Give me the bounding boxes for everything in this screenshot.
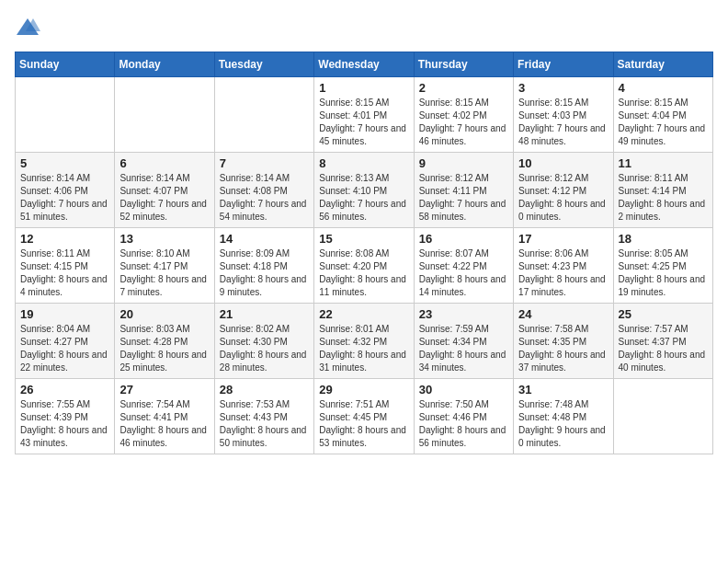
day-info: Sunrise: 7:48 AM Sunset: 4:48 PM Dayligh… <box>518 398 608 450</box>
calendar-cell: 9Sunrise: 8:12 AM Sunset: 4:11 PM Daylig… <box>414 153 513 228</box>
day-number: 14 <box>220 232 309 246</box>
day-info: Sunrise: 8:13 AM Sunset: 4:10 PM Dayligh… <box>319 172 408 224</box>
day-number: 8 <box>319 156 408 170</box>
calendar-cell <box>16 77 115 153</box>
day-info: Sunrise: 8:14 AM Sunset: 4:06 PM Dayligh… <box>20 172 109 224</box>
day-info: Sunrise: 8:01 AM Sunset: 4:32 PM Dayligh… <box>319 323 408 374</box>
calendar-table: SundayMondayTuesdayWednesdayThursdayFrid… <box>15 52 713 454</box>
calendar-cell: 31Sunrise: 7:48 AM Sunset: 4:48 PM Dayli… <box>514 379 613 454</box>
day-number: 23 <box>419 307 508 321</box>
calendar-cell: 30Sunrise: 7:50 AM Sunset: 4:46 PM Dayli… <box>414 379 513 454</box>
day-number: 28 <box>220 383 309 396</box>
day-info: Sunrise: 8:07 AM Sunset: 4:22 PM Dayligh… <box>419 247 508 299</box>
week-row-2: 5Sunrise: 8:14 AM Sunset: 4:06 PM Daylig… <box>16 153 713 228</box>
day-number: 6 <box>119 156 209 170</box>
day-info: Sunrise: 8:15 AM Sunset: 4:02 PM Dayligh… <box>419 97 508 148</box>
calendar-cell: 24Sunrise: 7:58 AM Sunset: 4:35 PM Dayli… <box>514 304 613 379</box>
day-number: 3 <box>518 81 608 95</box>
calendar-cell: 12Sunrise: 8:11 AM Sunset: 4:15 PM Dayli… <box>16 228 115 304</box>
week-row-3: 12Sunrise: 8:11 AM Sunset: 4:15 PM Dayli… <box>16 228 713 304</box>
weekday-header-tuesday: Tuesday <box>214 52 313 77</box>
day-number: 1 <box>319 81 408 95</box>
calendar-cell: 13Sunrise: 8:10 AM Sunset: 4:17 PM Dayli… <box>115 228 214 304</box>
calendar-cell: 11Sunrise: 8:11 AM Sunset: 4:14 PM Dayli… <box>613 153 712 228</box>
calendar-cell: 23Sunrise: 7:59 AM Sunset: 4:34 PM Dayli… <box>414 304 513 379</box>
weekday-header-wednesday: Wednesday <box>314 52 414 77</box>
day-number: 11 <box>619 156 708 170</box>
day-number: 5 <box>20 156 109 170</box>
day-number: 18 <box>619 232 708 246</box>
day-number: 26 <box>20 383 109 396</box>
day-info: Sunrise: 7:50 AM Sunset: 4:46 PM Dayligh… <box>419 398 508 450</box>
calendar-cell: 20Sunrise: 8:03 AM Sunset: 4:28 PM Dayli… <box>115 304 214 379</box>
calendar-cell: 6Sunrise: 8:14 AM Sunset: 4:07 PM Daylig… <box>115 153 214 228</box>
calendar-cell: 3Sunrise: 8:15 AM Sunset: 4:03 PM Daylig… <box>514 77 613 153</box>
calendar-cell: 26Sunrise: 7:55 AM Sunset: 4:39 PM Dayli… <box>16 379 115 454</box>
weekday-header-monday: Monday <box>115 52 214 77</box>
day-number: 27 <box>119 383 209 396</box>
day-info: Sunrise: 7:59 AM Sunset: 4:34 PM Dayligh… <box>419 323 508 374</box>
calendar-cell: 1Sunrise: 8:15 AM Sunset: 4:01 PM Daylig… <box>314 77 414 153</box>
day-info: Sunrise: 8:14 AM Sunset: 4:07 PM Dayligh… <box>119 172 209 224</box>
calendar-cell: 5Sunrise: 8:14 AM Sunset: 4:06 PM Daylig… <box>16 153 115 228</box>
calendar-cell: 16Sunrise: 8:07 AM Sunset: 4:22 PM Dayli… <box>414 228 513 304</box>
calendar-cell: 25Sunrise: 7:57 AM Sunset: 4:37 PM Dayli… <box>613 304 712 379</box>
calendar-cell: 19Sunrise: 8:04 AM Sunset: 4:27 PM Dayli… <box>16 304 115 379</box>
day-info: Sunrise: 8:12 AM Sunset: 4:12 PM Dayligh… <box>518 172 608 224</box>
day-info: Sunrise: 8:14 AM Sunset: 4:08 PM Dayligh… <box>220 172 309 224</box>
calendar-cell: 15Sunrise: 8:08 AM Sunset: 4:20 PM Dayli… <box>314 228 414 304</box>
day-number: 20 <box>119 307 209 321</box>
day-info: Sunrise: 7:58 AM Sunset: 4:35 PM Dayligh… <box>518 323 608 374</box>
day-number: 19 <box>20 307 109 321</box>
calendar-cell: 28Sunrise: 7:53 AM Sunset: 4:43 PM Dayli… <box>214 379 313 454</box>
calendar-cell: 17Sunrise: 8:06 AM Sunset: 4:23 PM Dayli… <box>514 228 613 304</box>
day-info: Sunrise: 7:57 AM Sunset: 4:37 PM Dayligh… <box>619 323 708 374</box>
weekday-header-friday: Friday <box>514 52 613 77</box>
logo-icon <box>15 15 40 40</box>
calendar-cell: 27Sunrise: 7:54 AM Sunset: 4:41 PM Dayli… <box>115 379 214 454</box>
day-info: Sunrise: 7:55 AM Sunset: 4:39 PM Dayligh… <box>20 398 109 450</box>
calendar-cell: 22Sunrise: 8:01 AM Sunset: 4:32 PM Dayli… <box>314 304 414 379</box>
weekday-header-row: SundayMondayTuesdayWednesdayThursdayFrid… <box>16 52 713 77</box>
day-info: Sunrise: 7:54 AM Sunset: 4:41 PM Dayligh… <box>119 398 209 450</box>
calendar-cell: 29Sunrise: 7:51 AM Sunset: 4:45 PM Dayli… <box>314 379 414 454</box>
calendar-cell: 18Sunrise: 8:05 AM Sunset: 4:25 PM Dayli… <box>613 228 712 304</box>
day-number: 16 <box>419 232 508 246</box>
calendar-cell <box>115 77 214 153</box>
week-row-1: 1Sunrise: 8:15 AM Sunset: 4:01 PM Daylig… <box>16 77 713 153</box>
day-info: Sunrise: 8:11 AM Sunset: 4:15 PM Dayligh… <box>20 247 109 299</box>
weekday-header-thursday: Thursday <box>414 52 513 77</box>
day-number: 29 <box>319 383 408 396</box>
calendar-cell: 21Sunrise: 8:02 AM Sunset: 4:30 PM Dayli… <box>214 304 313 379</box>
calendar-body: 1Sunrise: 8:15 AM Sunset: 4:01 PM Daylig… <box>16 77 713 454</box>
day-number: 31 <box>518 383 608 396</box>
calendar-header: SundayMondayTuesdayWednesdayThursdayFrid… <box>16 52 713 77</box>
day-number: 24 <box>518 307 608 321</box>
day-number: 25 <box>619 307 708 321</box>
day-info: Sunrise: 8:05 AM Sunset: 4:25 PM Dayligh… <box>619 247 708 299</box>
day-info: Sunrise: 8:06 AM Sunset: 4:23 PM Dayligh… <box>518 247 608 299</box>
day-number: 30 <box>419 383 508 396</box>
calendar-cell <box>613 379 712 454</box>
day-number: 13 <box>119 232 209 246</box>
calendar-cell: 14Sunrise: 8:09 AM Sunset: 4:18 PM Dayli… <box>214 228 313 304</box>
day-info: Sunrise: 8:15 AM Sunset: 4:01 PM Dayligh… <box>319 97 408 148</box>
day-info: Sunrise: 8:04 AM Sunset: 4:27 PM Dayligh… <box>20 323 109 374</box>
day-info: Sunrise: 8:15 AM Sunset: 4:04 PM Dayligh… <box>619 97 708 148</box>
calendar-cell: 4Sunrise: 8:15 AM Sunset: 4:04 PM Daylig… <box>613 77 712 153</box>
page-header <box>15 15 713 40</box>
day-info: Sunrise: 8:09 AM Sunset: 4:18 PM Dayligh… <box>220 247 309 299</box>
day-number: 7 <box>220 156 309 170</box>
week-row-5: 26Sunrise: 7:55 AM Sunset: 4:39 PM Dayli… <box>16 379 713 454</box>
calendar-cell: 8Sunrise: 8:13 AM Sunset: 4:10 PM Daylig… <box>314 153 414 228</box>
day-info: Sunrise: 8:08 AM Sunset: 4:20 PM Dayligh… <box>319 247 408 299</box>
day-info: Sunrise: 8:12 AM Sunset: 4:11 PM Dayligh… <box>419 172 508 224</box>
day-info: Sunrise: 8:10 AM Sunset: 4:17 PM Dayligh… <box>119 247 209 299</box>
day-info: Sunrise: 8:11 AM Sunset: 4:14 PM Dayligh… <box>619 172 708 224</box>
day-number: 15 <box>319 232 408 246</box>
day-number: 2 <box>419 81 508 95</box>
day-number: 4 <box>619 81 708 95</box>
day-info: Sunrise: 8:02 AM Sunset: 4:30 PM Dayligh… <box>220 323 309 374</box>
day-info: Sunrise: 8:15 AM Sunset: 4:03 PM Dayligh… <box>518 97 608 148</box>
day-info: Sunrise: 7:51 AM Sunset: 4:45 PM Dayligh… <box>319 398 408 450</box>
